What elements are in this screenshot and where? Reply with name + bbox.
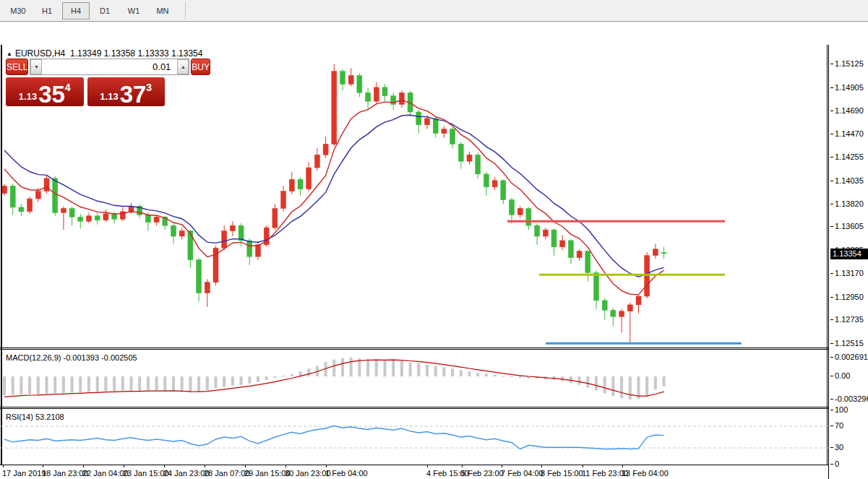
rsi-label: RSI(14) 53.2108 [6,413,64,421]
time-axis-tick [245,465,246,467]
time-axis-tick [164,465,165,467]
buy-price-pip: 3 [146,82,152,93]
time-axis-tick [462,465,463,467]
macd-label: MACD(12,26,9) -0.001393 -0.002505 [6,353,137,362]
price-axis-label: 1.14255 [830,152,864,161]
chart-title: ▲EURUSD,H4 1.13349 1.13358 1.13333 1.133… [7,48,202,59]
timeframe-toolbar: M30H1H4D1W1MN [0,0,868,22]
volume-down-icon: ▼ [34,64,39,69]
time-axis-tick [502,465,502,467]
time-axis-tick [622,465,623,467]
time-axis-label: 30 Jan 23:00 [285,469,331,478]
price-axis-label: 1.14690 [830,106,864,115]
macd-axis-label: -0.003296 [830,394,868,403]
time-axis-tick [285,465,286,467]
time-axis: 17 Jan 201918 Jan 23:0022 Jan 04:0023 Ja… [0,465,828,479]
time-axis-label: 18 Jan 23:00 [42,469,88,478]
time-axis-tick [83,465,84,467]
timeframe-button-h4[interactable]: H4 [62,2,90,20]
price-axis-label: 1.12735 [830,315,864,324]
time-axis-tick [541,465,542,467]
time-axis-label: 8 Feb 15:00 [541,469,583,478]
sell-button[interactable]: SELL [6,59,28,75]
timeframe-button-w1[interactable]: W1 [120,2,147,20]
buy-price-main: 37 [120,85,147,104]
sell-price-main: 35 [38,85,65,104]
volume-stepper: ▼ ▲ [30,59,189,75]
macd-axis-label: 0.002691 [830,353,868,361]
price-axis: 1.151251.149051.146901.144701.142551.140… [828,45,868,479]
rsi-axis-label: 100 [830,405,848,414]
chart-window: ▲EURUSD,H4 1.13349 1.13358 1.13333 1.133… [0,22,868,479]
time-axis-tick [427,465,428,467]
price-axis-label: 1.14470 [830,129,864,138]
timeframe-button-h1[interactable]: H1 [33,2,61,20]
sell-price-pip: 4 [65,82,71,93]
volume-increase-button[interactable]: ▲ [177,59,189,74]
time-axis-label: 28 Jan 07:00 [204,469,250,478]
time-axis-label: 24 Jan 23:00 [163,469,210,478]
timeframe-button-mn[interactable]: MN [149,2,176,20]
sell-price-prefix: 1.13 [19,91,37,102]
volume-up-icon: ▲ [181,64,186,69]
rsi-name: RSI(14) [6,413,33,421]
time-axis-label: 23 Jan 15:00 [123,469,169,478]
time-axis-tick [43,465,43,467]
time-axis-label: 17 Jan 2019 [2,469,46,478]
symbol-arrow-icon: ▲ [7,51,12,57]
current-price-tag: 1.13354 [830,249,868,259]
buy-price-button[interactable]: 1.13 37 3 [87,77,166,106]
price-axis-label: 1.14905 [830,83,864,92]
price-axis-label: 1.14035 [830,176,864,185]
rsi-panel-canvas [0,409,828,465]
time-axis-label: 29 Jan 15:00 [244,469,291,478]
separator-line [0,407,867,407]
time-axis-tick [205,465,205,467]
buy-price-prefix: 1.13 [100,91,118,102]
separator-line [0,348,867,348]
time-axis-tick [326,465,327,467]
rsi-axis-label: 70 [830,421,843,430]
price-axis-label: 1.13605 [830,222,864,230]
rsi-axis-label: 0 [830,459,839,468]
metatrader-window: M30H1H4D1W1MN ▲EURUSD,H4 1.13349 1.13358… [0,0,868,479]
price-axis-label: 1.12515 [830,339,864,348]
time-axis-label: 22 Jan 04:00 [82,469,129,478]
sell-price-button[interactable]: 1.13 35 4 [6,77,84,106]
chart-title-symbol: EURUSD,H4 [15,48,65,59]
price-axis-label: 1.13170 [830,269,864,277]
macd-signal-value: -0.002505 [101,353,137,362]
time-axis-label: 1 Feb 04:00 [325,469,368,478]
timeframe-button-d1[interactable]: D1 [91,2,119,20]
time-axis-tick [583,465,583,467]
time-axis-label: 5 Feb 23:00 [461,469,504,478]
rsi-value: 53.2108 [35,413,64,421]
price-axis-label: 1.13820 [830,199,864,208]
time-axis-label: 13 Feb 04:00 [622,469,669,478]
buy-button[interactable]: BUY [191,59,210,75]
macd-main-value: -0.001393 [63,353,99,362]
price-axis-label: 1.15125 [830,59,864,68]
rsi-axis-label: 30 [830,443,843,452]
volume-input[interactable] [42,59,177,74]
volume-decrease-button[interactable]: ▼ [30,59,42,74]
time-axis-tick [3,465,4,467]
timeframe-button-m30[interactable]: M30 [4,2,32,20]
time-axis-label: 7 Feb 04:00 [501,469,543,478]
timeframe-buttons: M30H1H4D1W1MN [4,2,178,20]
toolbar-separator [185,2,186,20]
one-click-trading-panel: SELL ▼ ▲ BUY 1.13 35 4 1.13 37 3 [6,59,165,106]
macd-name: MACD(12,26,9) [6,353,61,362]
macd-axis-label: 0.00 [830,371,850,380]
time-axis-tick [124,465,124,467]
price-axis-label: 1.12950 [830,293,864,301]
chart-title-ohlc: 1.13349 1.13358 1.13333 1.13354 [70,48,203,59]
